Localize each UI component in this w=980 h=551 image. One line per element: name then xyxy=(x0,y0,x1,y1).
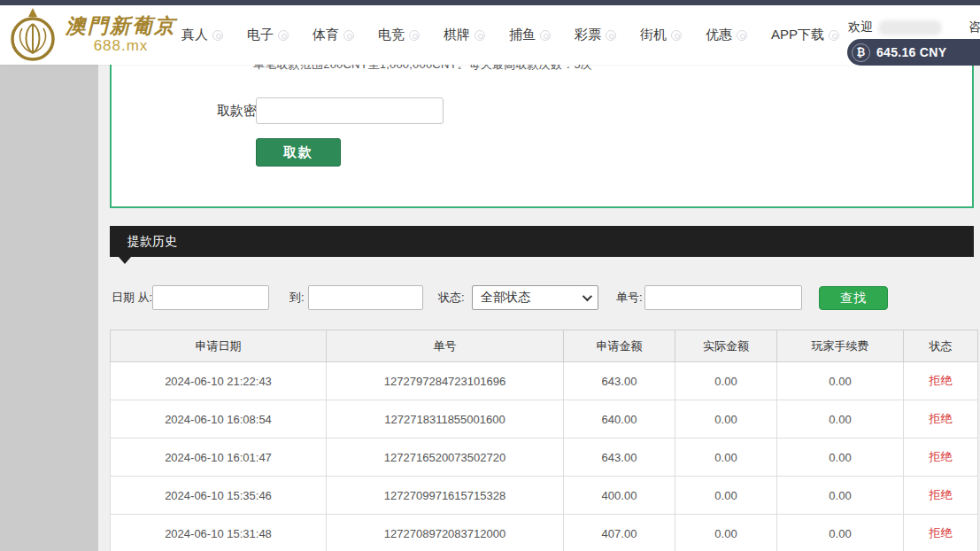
nav-item-fishing[interactable]: 捕鱼 xyxy=(509,27,551,43)
col-order-number: 单号 xyxy=(327,330,564,362)
welcome-text: 欢迎 xyxy=(848,19,942,35)
status-badge: 拒绝 xyxy=(904,400,978,438)
history-bar-arrow xyxy=(119,257,131,264)
nav-dropdown-icon xyxy=(409,30,420,41)
main-nav: 真人 电子 体育 电竞 棋牌 捕鱼 彩票 街机 优惠 APP下载 xyxy=(181,5,839,65)
status-select[interactable]: 全部状态 xyxy=(472,285,598,310)
withdraw-submit-button[interactable]: 取款 xyxy=(256,138,341,167)
nav-item-slots[interactable]: 电子 xyxy=(247,27,289,43)
nav-item-arcade[interactable]: 街机 xyxy=(640,27,682,43)
nav-item-chess[interactable]: 棋牌 xyxy=(444,27,485,43)
date-to-input[interactable] xyxy=(308,285,423,310)
bitcoin-icon: ₿ xyxy=(852,43,870,62)
table-row: 2024-06-10 15:31:48 1272708972083712000 … xyxy=(111,515,978,551)
table-row: 2024-06-10 15:35:46 1272709971615715328 … xyxy=(111,477,978,515)
top-dark-strip xyxy=(0,0,980,5)
withdrawal-history-table: 申请日期 单号 申请金额 实际金额 玩家手续费 状态 2024-06-10 21… xyxy=(110,330,977,551)
nav-dropdown-icon xyxy=(606,30,616,41)
nav-dropdown-icon xyxy=(540,30,551,41)
service-link-partial[interactable]: 咨 xyxy=(968,19,980,35)
status-badge: 拒绝 xyxy=(904,515,978,551)
nav-item-lottery[interactable]: 彩票 xyxy=(575,27,616,43)
date-to-label: 到: xyxy=(289,285,305,310)
status-badge: 拒绝 xyxy=(904,477,978,515)
nav-dropdown-icon xyxy=(671,30,682,41)
nav-item-esports[interactable]: 电竞 xyxy=(378,27,420,43)
left-gray-strip xyxy=(0,65,98,551)
date-from-label: 日期 从: xyxy=(112,285,152,310)
balance-pill[interactable]: ₿ 645.16 CNY xyxy=(847,39,980,66)
nav-item-live[interactable]: 真人 xyxy=(181,27,223,43)
brand-domain: 688.mx xyxy=(66,37,176,55)
status-badge: 拒绝 xyxy=(904,362,978,400)
nav-dropdown-icon xyxy=(343,30,354,41)
table-row: 2024-06-10 16:01:47 1272716520073502720 … xyxy=(111,438,978,477)
nav-dropdown-icon xyxy=(475,30,485,41)
order-number-input[interactable] xyxy=(644,285,802,310)
nav-item-app-download[interactable]: APP下载 xyxy=(771,27,839,43)
status-badge: 拒绝 xyxy=(904,438,978,477)
chevron-down-icon xyxy=(583,291,592,301)
history-title-bar: 提款历史 xyxy=(110,226,974,257)
col-status: 状态 xyxy=(904,330,978,362)
table-header-row: 申请日期 单号 申请金额 实际金额 玩家手续费 状态 xyxy=(111,330,978,362)
history-filters: 日期 从: 到: 状态: 全部状态 单号: 查找 xyxy=(110,285,974,310)
col-apply-amount: 申请金额 xyxy=(564,330,675,362)
table-row: 2024-06-10 21:22:43 1272797284723101696 … xyxy=(111,362,978,400)
brand-name: 澳門新葡京 xyxy=(66,14,176,37)
brand-emblem-icon xyxy=(7,7,58,62)
status-select-value: 全部状态 xyxy=(481,290,530,306)
nav-dropdown-icon xyxy=(212,30,223,41)
nav-dropdown-icon xyxy=(829,30,839,41)
col-player-fee: 玩家手续费 xyxy=(777,330,904,362)
withdrawal-page: { "header": { "brand_name": "澳門新葡京", "br… xyxy=(0,0,980,551)
table-row: 2024-06-10 16:08:54 1272718311855001600 … xyxy=(111,400,978,438)
nav-item-sports[interactable]: 体育 xyxy=(313,27,354,43)
nav-dropdown-icon xyxy=(278,30,289,41)
site-header: 澳門新葡京 688.mx 真人 电子 体育 电竞 棋牌 捕鱼 彩票 街机 优惠 … xyxy=(0,5,980,65)
date-from-input[interactable] xyxy=(152,285,269,310)
search-button[interactable]: 查找 xyxy=(819,286,888,310)
withdraw-password-input[interactable] xyxy=(256,97,444,124)
col-apply-date: 申请日期 xyxy=(111,330,327,362)
col-actual-amount: 实际金额 xyxy=(675,330,777,362)
username-redacted xyxy=(878,20,942,35)
nav-dropdown-icon xyxy=(737,30,747,41)
brand-logo[interactable]: 澳門新葡京 688.mx xyxy=(7,7,176,62)
status-label: 状态: xyxy=(438,285,465,310)
balance-amount: 645.16 CNY xyxy=(876,45,946,59)
nav-item-promos[interactable]: 优惠 xyxy=(706,27,747,43)
order-number-label: 单号: xyxy=(616,285,643,310)
